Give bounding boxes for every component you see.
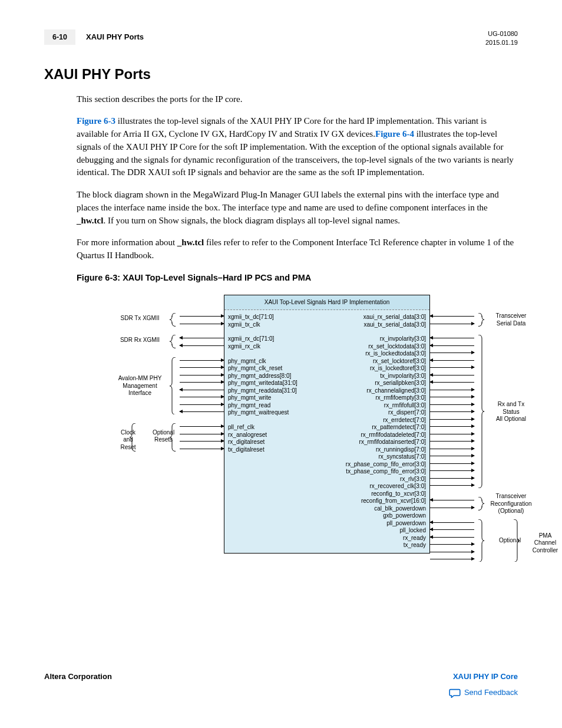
header-section: XAUI PHY Ports <box>86 32 144 43</box>
signal-arrow <box>430 470 474 471</box>
footer-corp: Altera Corporation <box>44 671 112 683</box>
feedback-label: Send Feedback <box>464 687 518 699</box>
signal-arrow <box>180 360 224 361</box>
group-label: SDR Rx XGMII <box>115 337 165 344</box>
footer-right: XAUI PHY IP Core Send Feedback <box>449 671 518 699</box>
signal-arrow <box>430 552 474 552</box>
hwtcl-bold-1: _hw.tcl <box>77 216 103 225</box>
signal-arrow <box>180 382 224 383</box>
signal-arrow <box>430 544 474 545</box>
signal-arrow <box>430 367 474 368</box>
group-label: SDR Tx XGMII <box>115 315 165 322</box>
signal-arrow <box>180 426 224 427</box>
figure-6-4-link[interactable]: Figure 6-4 <box>375 129 414 139</box>
doc-id: UG-01080 <box>485 29 518 38</box>
description-paragraph-1: Figure 6-3 illustrates the top-level sig… <box>77 115 518 179</box>
para4-text-a: For more information about <box>77 238 177 247</box>
signal-arrow <box>180 338 224 338</box>
signal-arrow <box>430 485 474 486</box>
signal-arrow <box>180 390 224 390</box>
signal-arrow <box>430 316 474 317</box>
feedback-icon <box>449 689 461 698</box>
signal-arrow <box>430 345 474 346</box>
signal-arrow <box>180 375 224 375</box>
signal-arrow <box>430 375 474 375</box>
description-paragraph-3: For more information about _hw.tcl files… <box>77 236 518 262</box>
signal-arrow <box>430 434 474 434</box>
page-number: 6-10 <box>44 29 75 45</box>
figure-6-3-link[interactable]: Figure 6-3 <box>77 116 115 126</box>
signal-arrow <box>430 441 474 442</box>
brace-icon <box>477 497 484 510</box>
brace-icon <box>170 357 177 415</box>
signal-arrow <box>180 404 224 405</box>
group-label: Rx and TxStatusAll Optional <box>486 401 536 423</box>
brace-icon <box>477 313 484 327</box>
description-paragraph-2: The block diagram shown in the MegaWizar… <box>77 189 518 227</box>
page-title: XAUI PHY Ports <box>44 64 518 85</box>
group-label: TransceiverReconfiguration(Optional) <box>486 493 536 515</box>
brace-icon <box>477 519 484 562</box>
signal-arrow <box>430 397 474 397</box>
figure-caption: Figure 6-3: XAUI Top-Level Signals–Hard … <box>77 272 518 284</box>
group-label: PMAChannelController <box>520 532 562 555</box>
signal-arrow <box>180 397 224 397</box>
signal-arrow <box>430 449 474 449</box>
signal-arrow <box>430 537 474 538</box>
page-footer: Altera Corporation XAUI PHY IP Core Send… <box>44 671 518 699</box>
signal-arrow <box>180 316 224 317</box>
signal-arrow <box>430 338 474 338</box>
signal-arrow <box>430 360 474 361</box>
diagram-overlay: SDR Tx XGMIISDR Rx XGMIIAvalon-MM PHYMan… <box>109 295 545 554</box>
intro-paragraph: This section describes the ports for the… <box>77 93 518 106</box>
signal-arrow <box>430 456 474 456</box>
signal-arrow <box>430 404 474 405</box>
header-left: 6-10 XAUI PHY Ports <box>44 29 144 45</box>
send-feedback-link[interactable]: Send Feedback <box>449 687 518 699</box>
signal-arrow <box>430 500 474 500</box>
signal-arrow <box>430 411 474 412</box>
signal-arrow <box>430 559 474 559</box>
group-label: ClockandReset <box>103 429 153 452</box>
signal-arrow <box>430 529 474 530</box>
footer-ip-core-link[interactable]: XAUI PHY IP Core <box>453 672 518 681</box>
brace-icon <box>477 335 484 488</box>
brace-icon <box>513 519 520 562</box>
doc-date: 2015.01.19 <box>485 38 518 47</box>
signal-arrow <box>430 508 474 508</box>
signal-arrow <box>430 426 474 427</box>
signal-arrow <box>430 419 474 420</box>
group-label: TransceiverSerial Data <box>486 312 536 327</box>
para3-text-b: . If you turn on Show signals, the block… <box>103 216 400 225</box>
brace-icon <box>170 335 177 348</box>
signal-arrow <box>430 353 474 353</box>
hwtcl-bold-2: _hw.tcl <box>177 238 204 247</box>
block-diagram: XAUI Top-Level Signals Hard IP Implement… <box>109 295 545 554</box>
signal-arrow <box>180 411 224 412</box>
signal-arrow <box>430 324 474 324</box>
signal-arrow <box>180 324 224 324</box>
header-right: UG-01080 2015.01.19 <box>485 29 518 48</box>
signal-arrow <box>430 478 474 479</box>
brace-icon <box>170 313 177 327</box>
signal-arrow <box>430 390 474 390</box>
group-label: Avalon-MM PHYManagementInterface <box>115 375 165 397</box>
signal-arrow <box>430 382 474 383</box>
para3-text-a: The block diagram shown in the MegaWizar… <box>77 190 499 212</box>
signal-arrow <box>180 449 224 449</box>
page-header: 6-10 XAUI PHY Ports UG-01080 2015.01.19 <box>44 29 518 48</box>
signal-arrow <box>430 463 474 464</box>
signal-arrow <box>430 522 474 523</box>
signal-arrow <box>180 367 224 368</box>
signal-arrow <box>180 345 224 346</box>
